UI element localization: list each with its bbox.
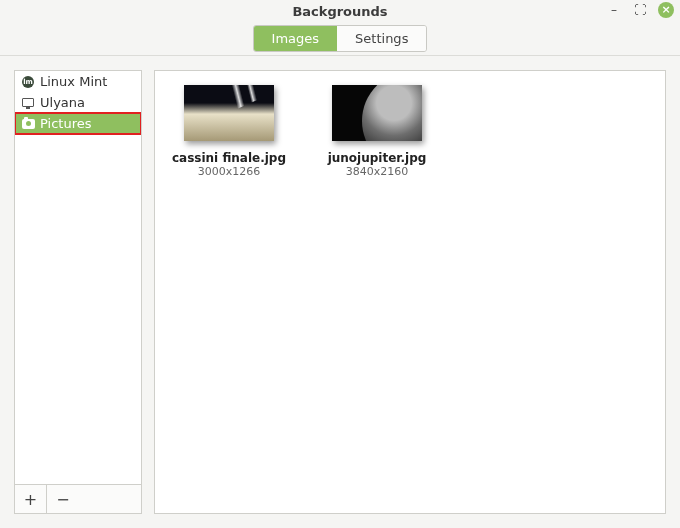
image-item[interactable]: cassini finale.jpg 3000x1266 (169, 85, 289, 178)
tab-images[interactable]: Images (254, 26, 338, 51)
close-button[interactable]: × (658, 2, 674, 18)
add-folder-button[interactable]: + (15, 485, 47, 513)
window-controls: – ⛶ × (606, 2, 674, 18)
sidebar-item-label: Ulyana (40, 95, 85, 110)
sidebar-item-label: Pictures (40, 116, 91, 131)
window-title: Backgrounds (0, 4, 680, 19)
maximize-button[interactable]: ⛶ (632, 2, 648, 18)
sidebar-column: lm Linux Mint Ulyana Pictures + − (14, 70, 142, 514)
mint-logo-icon: lm (21, 75, 35, 89)
sidebar-item-pictures[interactable]: Pictures (15, 113, 141, 134)
monitor-icon (21, 96, 35, 110)
sidebar: lm Linux Mint Ulyana Pictures (14, 70, 142, 485)
image-dimensions: 3000x1266 (198, 165, 261, 178)
tabbar: Images Settings (0, 22, 680, 56)
camera-icon (21, 117, 35, 131)
minimize-button[interactable]: – (606, 2, 622, 18)
remove-folder-button[interactable]: − (47, 485, 79, 513)
sidebar-item-label: Linux Mint (40, 74, 107, 89)
image-item[interactable]: junojupiter.jpg 3840x2160 (317, 85, 437, 178)
backgrounds-window: Backgrounds – ⛶ × Images Settings lm Lin… (0, 0, 680, 528)
tab-group: Images Settings (253, 25, 428, 52)
sidebar-buttons: + − (14, 485, 142, 514)
image-filename: cassini finale.jpg (172, 151, 286, 165)
body-area: lm Linux Mint Ulyana Pictures + − (0, 56, 680, 528)
image-grid: cassini finale.jpg 3000x1266 junojupiter… (154, 70, 666, 514)
titlebar: Backgrounds – ⛶ × (0, 0, 680, 22)
sidebar-item-ulyana[interactable]: Ulyana (15, 92, 141, 113)
thumbnail-juno (332, 85, 422, 141)
image-filename: junojupiter.jpg (328, 151, 427, 165)
thumbnail-cassini (184, 85, 274, 141)
sidebar-item-linux-mint[interactable]: lm Linux Mint (15, 71, 141, 92)
image-dimensions: 3840x2160 (346, 165, 409, 178)
tab-settings[interactable]: Settings (337, 26, 426, 51)
